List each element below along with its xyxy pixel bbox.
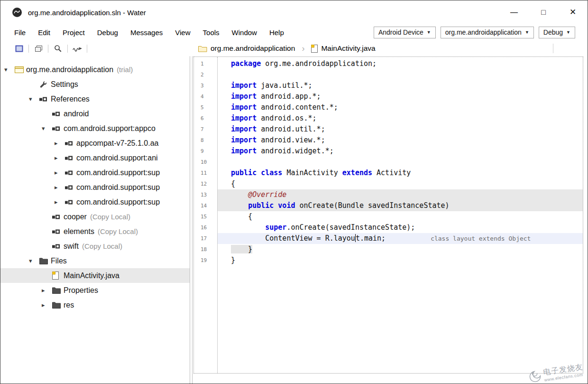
tree-item[interactable]: ▾org.me.androidapplication(trial): [0, 62, 190, 77]
code-editor: 12345678910111213141516171819 package or…: [193, 56, 583, 374]
tree-item-label: android: [64, 110, 89, 118]
menu-item-messages[interactable]: Messages: [124, 27, 169, 38]
code-token: android.view.*;: [257, 136, 325, 144]
search-icon[interactable]: [53, 44, 63, 53]
menu-item-window[interactable]: Window: [226, 27, 263, 38]
tree-item[interactable]: ▸com.android.support:sup: [0, 195, 190, 209]
toolbar-separator: [48, 45, 48, 53]
code-line[interactable]: public void onCreate(Bundle savedInstanc…: [218, 200, 583, 211]
code-line[interactable]: ContentView = R.layout.main;class layout…: [218, 233, 583, 244]
tree-item[interactable]: ▾com.android.support:appco: [0, 121, 190, 136]
code-line[interactable]: import android.app.*;: [218, 91, 583, 102]
expand-triangle-icon[interactable]: ▸: [55, 154, 65, 161]
code-area[interactable]: package org.me.androidapplication;import…: [218, 57, 583, 373]
expand-triangle-icon[interactable]: ▸: [42, 301, 52, 309]
toolbar: [0, 40, 193, 56]
device-selector[interactable]: Android Device▼: [374, 27, 436, 38]
tree-item[interactable]: ▾References: [0, 92, 190, 106]
tree-item[interactable]: android: [0, 106, 190, 121]
collapse-triangle-icon[interactable]: ▾: [4, 66, 15, 73]
code-line[interactable]: import android.widget.*;: [218, 146, 583, 157]
tree-item-label: Files: [51, 257, 67, 265]
tree-item-label: cooper: [64, 213, 87, 221]
keyword-token: void: [278, 201, 295, 210]
code-line[interactable]: package org.me.androidapplication;: [218, 58, 583, 69]
tree-item[interactable]: ▸res: [0, 298, 190, 312]
menu-item-view[interactable]: View: [169, 27, 196, 38]
reference-icon: [65, 170, 76, 176]
code-line[interactable]: import android.content.*;: [218, 102, 583, 113]
code-line[interactable]: import android.view.*;: [218, 135, 583, 146]
minimize-button[interactable]: —: [499, 0, 529, 24]
code-line[interactable]: import android.os.*;: [218, 113, 583, 124]
reference-icon: [65, 155, 76, 161]
device-selector-label: Android Device: [378, 28, 423, 36]
expand-triangle-icon[interactable]: ▸: [42, 287, 52, 294]
line-number: 13: [201, 189, 217, 200]
code-token: [231, 190, 248, 199]
tree-item[interactable]: ▸com.android.support:sup: [0, 165, 190, 180]
panel-icon[interactable]: [14, 44, 24, 53]
breadcrumb: org.me.androidapplication › MainActivity…: [193, 40, 588, 56]
expand-triangle-icon[interactable]: ▸: [55, 169, 65, 176]
expand-triangle-icon[interactable]: ▸: [55, 140, 65, 147]
code-line[interactable]: {: [218, 211, 583, 222]
tree-item[interactable]: ▸Properties: [0, 283, 190, 298]
menu-item-project[interactable]: Project: [56, 27, 91, 38]
reference-icon: [65, 199, 76, 205]
code-line[interactable]: import android.util.*;: [218, 124, 583, 135]
menu-item-tools[interactable]: Tools: [197, 27, 226, 38]
project-selector[interactable]: org.me.androidapplication▼: [441, 27, 534, 38]
code-line[interactable]: }: [218, 255, 583, 266]
menu-item-debug[interactable]: Debug: [91, 27, 124, 38]
tree-item-suffix: (Copy Local): [98, 227, 138, 235]
settings-wrench-icon: [39, 81, 51, 88]
tree-item[interactable]: ▸com.android.support:ani: [0, 150, 190, 165]
cascade-windows-icon[interactable]: [33, 44, 44, 53]
code-token: [274, 201, 278, 210]
code-line[interactable]: super.onCreate(savedInstanceState);: [218, 222, 583, 233]
collapse-triangle-icon[interactable]: ▾: [29, 95, 39, 103]
code-token: Activity: [372, 169, 411, 177]
code-line[interactable]: [218, 69, 583, 80]
reference-icon: [39, 96, 51, 102]
code-line[interactable]: }: [218, 244, 583, 255]
menu-item-help[interactable]: Help: [263, 27, 290, 38]
breadcrumb-file[interactable]: MainActivity.java: [321, 44, 375, 53]
tree-item-label: com.android.support:sup: [76, 198, 160, 206]
code-line[interactable]: @Override: [218, 189, 583, 200]
tree-item[interactable]: ▾Files: [0, 253, 190, 268]
tree-item[interactable]: swift(Copy Local): [0, 239, 190, 253]
close-button[interactable]: ✕: [558, 0, 588, 24]
menu-item-file[interactable]: File: [8, 27, 32, 38]
keyword-token: import: [231, 125, 257, 133]
profile-run-icon[interactable]: [72, 44, 83, 53]
tree-item[interactable]: ▸appcompat-v7-25.1.0.aa: [0, 136, 190, 150]
line-number: 9: [201, 146, 217, 157]
code-line[interactable]: import java.util.*;: [218, 80, 583, 91]
tree-item[interactable]: elements(Copy Local): [0, 224, 190, 239]
tree-item[interactable]: MainActivity.java: [0, 268, 190, 283]
water-app-icon: [12, 7, 22, 18]
project-selector-label: org.me.androidapplication: [445, 28, 522, 36]
reference-icon: [65, 185, 76, 190]
code-line[interactable]: {: [218, 178, 583, 189]
collapse-triangle-icon[interactable]: ▾: [29, 257, 39, 264]
code-line[interactable]: [218, 157, 583, 168]
breadcrumb-project[interactable]: org.me.androidapplication: [211, 44, 295, 53]
solution-explorer: ▾org.me.androidapplication(trial)Setting…: [0, 56, 190, 384]
reference-icon: [52, 229, 64, 234]
collapse-triangle-icon[interactable]: ▾: [42, 125, 52, 132]
code-token: MainActivity: [282, 169, 342, 177]
menu-item-edit[interactable]: Edit: [32, 27, 56, 38]
expand-triangle-icon[interactable]: ▸: [55, 198, 65, 206]
code-token: android.os.*;: [257, 114, 316, 122]
tree-item[interactable]: Settings: [0, 77, 190, 92]
code-line[interactable]: public class MainActivity extends Activi…: [218, 168, 583, 178]
tree-item[interactable]: ▸com.android.support:sup: [0, 180, 190, 195]
tree-item[interactable]: cooper(Copy Local): [0, 209, 190, 224]
line-number: 2: [201, 69, 217, 80]
configuration-selector[interactable]: Debug▼: [539, 27, 575, 38]
maximize-button[interactable]: □: [529, 0, 558, 24]
expand-triangle-icon[interactable]: ▸: [55, 184, 65, 191]
